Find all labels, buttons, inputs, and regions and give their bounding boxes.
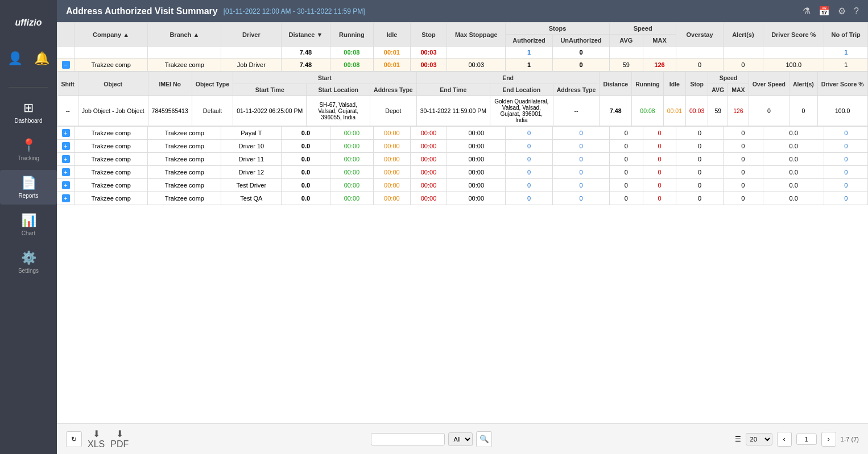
plus-icon[interactable]: +: [62, 168, 70, 176]
row5-toggle[interactable]: +: [57, 179, 75, 192]
sidebar-item-reports[interactable]: 📄 Reports: [0, 170, 57, 205]
row6-unauth: 0: [552, 192, 609, 205]
expanded-branch: Trakzee comp: [148, 59, 221, 72]
page-header: Address Authorized Visit Summary [01-11-…: [57, 0, 868, 22]
calendar-icon[interactable]: 📅: [819, 6, 830, 16]
row1-company: Trakzee comp: [75, 127, 148, 140]
sidebar-item-dashboard[interactable]: ⊞ Dashboard: [0, 95, 57, 130]
row2-idle: 00:00: [374, 140, 411, 153]
summary-notrip: 1: [824, 47, 868, 59]
plus-icon[interactable]: +: [62, 194, 70, 202]
sidebar-item-notifications[interactable]: 🔔: [31, 45, 52, 74]
row6-avg: 0: [609, 192, 643, 205]
row5-auth: 0: [506, 179, 553, 192]
table-row: + Trakzee comp Trakzee comp Test QA 0.0 …: [57, 192, 868, 205]
summary-stop: 00:03: [410, 47, 447, 59]
filter-icon[interactable]: ⚗: [803, 6, 811, 16]
col-driver: Driver: [221, 23, 282, 47]
row4-auth: 0: [506, 166, 553, 179]
row4-running: 00:00: [330, 166, 373, 179]
sub-stop: 00:03: [686, 96, 708, 126]
date-range: [01-11-2022 12:00 AM - 30-11-2022 11:59 …: [224, 7, 365, 15]
sub-col-shift: Shift: [57, 72, 78, 96]
reload-button[interactable]: ↻: [66, 431, 82, 447]
header-actions: ⚗ 📅 ⚙ ?: [803, 6, 859, 16]
search-button[interactable]: 🔍: [476, 431, 492, 447]
sub-avg: 59: [708, 96, 728, 126]
sub-drscore: 100.0: [817, 96, 867, 126]
col-alerts: Alert(s): [723, 23, 763, 47]
sub-col-end: End: [416, 72, 600, 84]
expanded-driver: Job Driver: [221, 59, 282, 72]
row3-auth: 0: [506, 153, 553, 166]
page-info: 1-7 (7): [841, 436, 859, 443]
search-input[interactable]: [371, 433, 445, 445]
row3-toggle[interactable]: +: [57, 153, 75, 166]
sidebar-item-tracking[interactable]: 📍 Tracking: [0, 132, 57, 167]
sidebar-label-reports: Reports: [18, 193, 38, 199]
expanded-notrip: 1: [824, 59, 868, 72]
sidebar-item-settings[interactable]: ⚙️ Settings: [0, 245, 57, 280]
sub-alerts: 0: [790, 96, 818, 126]
search-type-select[interactable]: All: [448, 432, 473, 446]
sidebar-label-settings: Settings: [18, 268, 39, 274]
row1-maxstop: 00:00: [447, 127, 506, 140]
expanded-distance: 7.48: [282, 59, 330, 72]
summary-alerts: [723, 47, 763, 59]
row1-distance: 0.0: [282, 127, 330, 140]
page-size-select[interactable]: 20 50 100: [746, 433, 772, 445]
sub-overspeed: 0: [749, 96, 789, 126]
row1-toggle[interactable]: +: [57, 127, 75, 140]
next-page-button[interactable]: ›: [821, 432, 836, 447]
sidebar-label-chart: Chart: [22, 230, 35, 236]
row5-overstay: 0: [676, 179, 723, 192]
row4-driver: Driver 12: [221, 166, 282, 179]
help-icon[interactable]: ?: [854, 6, 859, 16]
row2-overstay: 0: [676, 140, 723, 153]
row4-toggle[interactable]: +: [57, 166, 75, 179]
row2-maxstop: 00:00: [447, 140, 506, 153]
plus-icon[interactable]: +: [62, 155, 70, 163]
row2-running: 00:00: [330, 140, 373, 153]
sidebar-item-profile[interactable]: 👤: [5, 45, 26, 74]
expanded-toggle[interactable]: −: [57, 59, 75, 72]
page-number-input[interactable]: [796, 434, 817, 445]
col-avg-speed: AVG: [609, 35, 643, 47]
sub-object: Job Object - Job Object: [78, 96, 148, 126]
sidebar: uffizio 👤 🔔 ⊞ Dashboard 📍 Tracking 📄 Rep…: [0, 0, 57, 454]
plus-icon[interactable]: +: [62, 129, 70, 137]
row2-notrip: 0: [824, 140, 868, 153]
sub-shift: --: [57, 96, 78, 126]
row5-distance: 0.0: [282, 179, 330, 192]
row4-idle: 00:00: [374, 166, 411, 179]
row5-branch: Trakzee comp: [148, 179, 221, 192]
gear-icon[interactable]: ⚙: [838, 6, 846, 16]
row3-branch: Trakzee comp: [148, 153, 221, 166]
footer: ↻ ⬇ XLS ⬇ PDF All 🔍 ☰ 20 50 100: [57, 423, 868, 454]
summary-distance: 7.48: [282, 47, 330, 59]
row6-toggle[interactable]: +: [57, 192, 75, 205]
row2-stop: 00:00: [410, 140, 447, 153]
row2-toggle[interactable]: +: [57, 140, 75, 153]
row1-branch: Trakzee comp: [148, 127, 221, 140]
sub-col-object: Object: [78, 72, 148, 96]
plus-icon[interactable]: +: [62, 142, 70, 150]
row6-driver: Test QA: [221, 192, 282, 205]
row3-distance: 0.0: [282, 153, 330, 166]
logo-text: uffizio: [15, 18, 42, 28]
row5-max: 0: [643, 179, 676, 192]
row3-alerts: 0: [723, 153, 763, 166]
row6-distance: 0.0: [282, 192, 330, 205]
plus-icon[interactable]: +: [62, 181, 70, 189]
row6-branch: Trakzee comp: [148, 192, 221, 205]
pdf-download-button[interactable]: ⬇ PDF: [110, 428, 129, 449]
sub-col-objtype: Object Type: [192, 72, 233, 96]
prev-page-button[interactable]: ‹: [777, 432, 792, 447]
xls-icon: ⬇: [93, 428, 100, 439]
xls-download-button[interactable]: ⬇ XLS: [88, 428, 105, 449]
row3-running: 00:00: [330, 153, 373, 166]
minus-icon[interactable]: −: [62, 61, 70, 69]
row2-distance: 0.0: [282, 140, 330, 153]
row3-overstay: 0: [676, 153, 723, 166]
sidebar-item-chart[interactable]: 📊 Chart: [0, 207, 57, 242]
